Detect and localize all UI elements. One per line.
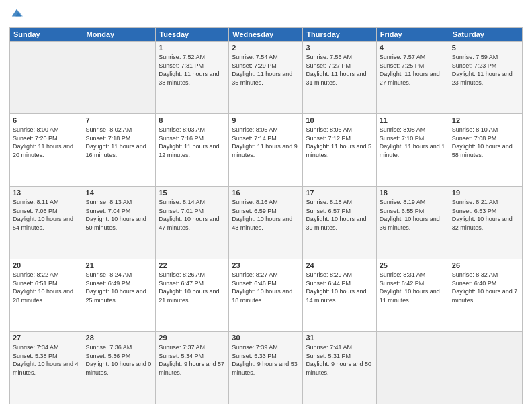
calendar-cell — [10, 42, 83, 114]
day-number: 2 — [232, 44, 300, 52]
calendar-cell: 28Sunrise: 7:36 AMSunset: 5:36 PMDayligh… — [83, 332, 156, 404]
day-header-thursday: Thursday — [303, 28, 376, 42]
calendar-cell: 17Sunrise: 8:18 AMSunset: 6:57 PMDayligh… — [303, 187, 376, 259]
day-number: 25 — [380, 261, 446, 269]
day-number: 31 — [306, 334, 373, 342]
day-info: Sunrise: 7:37 AMSunset: 5:34 PMDaylight:… — [159, 343, 226, 377]
day-number: 10 — [306, 116, 373, 124]
day-number: 12 — [452, 116, 519, 124]
logo-icon — [11, 7, 23, 19]
day-number: 24 — [306, 261, 373, 269]
day-number: 28 — [86, 334, 153, 342]
day-number: 16 — [232, 189, 300, 197]
calendar-cell: 21Sunrise: 8:24 AMSunset: 6:49 PMDayligh… — [83, 259, 156, 332]
calendar-week-5: 27Sunrise: 7:34 AMSunset: 5:38 PMDayligh… — [10, 332, 523, 404]
day-info: Sunrise: 7:41 AMSunset: 5:31 PMDaylight:… — [306, 343, 373, 377]
day-number: 3 — [306, 44, 373, 52]
day-info: Sunrise: 8:02 AMSunset: 7:18 PMDaylight:… — [86, 126, 153, 159]
day-number: 30 — [232, 334, 300, 342]
logo-block — [9, 7, 26, 21]
day-info: Sunrise: 8:19 AMSunset: 6:55 PMDaylight:… — [380, 198, 446, 232]
calendar-cell: 11Sunrise: 8:08 AMSunset: 7:10 PMDayligh… — [376, 114, 449, 187]
calendar-cell: 5Sunrise: 7:59 AMSunset: 7:23 PMDaylight… — [449, 42, 522, 114]
calendar-table: SundayMondayTuesdayWednesdayThursdayFrid… — [9, 27, 523, 404]
day-info: Sunrise: 8:21 AMSunset: 6:53 PMDaylight:… — [452, 198, 519, 232]
day-number: 15 — [159, 189, 226, 197]
day-number: 18 — [380, 189, 446, 197]
calendar-cell: 6Sunrise: 8:00 AMSunset: 7:20 PMDaylight… — [10, 114, 83, 187]
calendar-cell: 10Sunrise: 8:06 AMSunset: 7:12 PMDayligh… — [303, 114, 376, 187]
day-number: 11 — [380, 116, 446, 124]
calendar-cell: 23Sunrise: 8:27 AMSunset: 6:46 PMDayligh… — [229, 259, 303, 332]
day-number: 29 — [159, 334, 226, 342]
day-header-saturday: Saturday — [449, 28, 522, 42]
day-number: 26 — [452, 261, 519, 269]
day-info: Sunrise: 8:18 AMSunset: 6:57 PMDaylight:… — [306, 198, 373, 232]
calendar-cell: 7Sunrise: 8:02 AMSunset: 7:18 PMDaylight… — [83, 114, 156, 187]
calendar-cell: 19Sunrise: 8:21 AMSunset: 6:53 PMDayligh… — [449, 187, 522, 259]
calendar-cell: 3Sunrise: 7:56 AMSunset: 7:27 PMDaylight… — [303, 42, 376, 114]
day-info: Sunrise: 8:13 AMSunset: 7:04 PMDaylight:… — [86, 198, 153, 232]
day-header-sunday: Sunday — [10, 28, 83, 42]
day-info: Sunrise: 8:29 AMSunset: 6:44 PMDaylight:… — [306, 271, 373, 304]
day-info: Sunrise: 8:08 AMSunset: 7:10 PMDaylight:… — [380, 126, 446, 159]
calendar-cell — [83, 42, 156, 114]
day-info: Sunrise: 8:24 AMSunset: 6:49 PMDaylight:… — [86, 271, 153, 304]
calendar-cell: 1Sunrise: 7:52 AMSunset: 7:31 PMDaylight… — [156, 42, 229, 114]
calendar-cell: 26Sunrise: 8:32 AMSunset: 6:40 PMDayligh… — [449, 259, 522, 332]
calendar-cell: 22Sunrise: 8:26 AMSunset: 6:47 PMDayligh… — [156, 259, 229, 332]
day-number: 21 — [86, 261, 153, 269]
day-info: Sunrise: 8:10 AMSunset: 7:08 PMDaylight:… — [452, 126, 519, 159]
calendar-week-1: 1Sunrise: 7:52 AMSunset: 7:31 PMDaylight… — [10, 42, 523, 114]
calendar-cell: 20Sunrise: 8:22 AMSunset: 6:51 PMDayligh… — [10, 259, 83, 332]
calendar-cell: 14Sunrise: 8:13 AMSunset: 7:04 PMDayligh… — [83, 187, 156, 259]
day-number: 9 — [232, 116, 300, 124]
calendar-header-row: SundayMondayTuesdayWednesdayThursdayFrid… — [10, 28, 523, 42]
calendar-cell: 16Sunrise: 8:16 AMSunset: 6:59 PMDayligh… — [229, 187, 303, 259]
calendar-cell: 31Sunrise: 7:41 AMSunset: 5:31 PMDayligh… — [303, 332, 376, 404]
day-number: 6 — [13, 116, 80, 124]
calendar-cell: 25Sunrise: 8:31 AMSunset: 6:42 PMDayligh… — [376, 259, 449, 332]
calendar-cell — [449, 332, 522, 404]
day-info: Sunrise: 7:34 AMSunset: 5:38 PMDaylight:… — [13, 343, 80, 377]
day-header-wednesday: Wednesday — [229, 28, 303, 42]
day-info: Sunrise: 7:57 AMSunset: 7:25 PMDaylight:… — [380, 53, 446, 87]
calendar-cell: 24Sunrise: 8:29 AMSunset: 6:44 PMDayligh… — [303, 259, 376, 332]
calendar-cell: 27Sunrise: 7:34 AMSunset: 5:38 PMDayligh… — [10, 332, 83, 404]
day-info: Sunrise: 8:11 AMSunset: 7:06 PMDaylight:… — [13, 198, 80, 232]
calendar-cell — [376, 332, 449, 404]
day-number: 5 — [452, 44, 519, 52]
day-header-tuesday: Tuesday — [156, 28, 229, 42]
day-header-monday: Monday — [83, 28, 156, 42]
day-info: Sunrise: 7:54 AMSunset: 7:29 PMDaylight:… — [232, 53, 300, 87]
day-number: 27 — [13, 334, 80, 342]
day-number: 22 — [159, 261, 226, 269]
day-info: Sunrise: 7:36 AMSunset: 5:36 PMDaylight:… — [86, 343, 153, 377]
day-number: 8 — [159, 116, 226, 124]
day-header-friday: Friday — [376, 28, 449, 42]
calendar-cell: 18Sunrise: 8:19 AMSunset: 6:55 PMDayligh… — [376, 187, 449, 259]
day-info: Sunrise: 8:14 AMSunset: 7:01 PMDaylight:… — [159, 198, 226, 232]
calendar-week-2: 6Sunrise: 8:00 AMSunset: 7:20 PMDaylight… — [10, 114, 523, 187]
calendar-cell: 15Sunrise: 8:14 AMSunset: 7:01 PMDayligh… — [156, 187, 229, 259]
logo — [9, 7, 26, 21]
calendar-week-3: 13Sunrise: 8:11 AMSunset: 7:06 PMDayligh… — [10, 187, 523, 259]
calendar-cell: 29Sunrise: 7:37 AMSunset: 5:34 PMDayligh… — [156, 332, 229, 404]
day-info: Sunrise: 8:27 AMSunset: 6:46 PMDaylight:… — [232, 271, 300, 304]
day-number: 17 — [306, 189, 373, 197]
day-info: Sunrise: 7:56 AMSunset: 7:27 PMDaylight:… — [306, 53, 373, 87]
day-number: 23 — [232, 261, 300, 269]
day-number: 4 — [380, 44, 446, 52]
header — [9, 7, 523, 21]
day-info: Sunrise: 7:52 AMSunset: 7:31 PMDaylight:… — [159, 53, 226, 87]
calendar-cell: 13Sunrise: 8:11 AMSunset: 7:06 PMDayligh… — [10, 187, 83, 259]
day-number: 20 — [13, 261, 80, 269]
day-info: Sunrise: 8:32 AMSunset: 6:40 PMDaylight:… — [452, 271, 519, 304]
calendar-cell: 2Sunrise: 7:54 AMSunset: 7:29 PMDaylight… — [229, 42, 303, 114]
calendar-week-4: 20Sunrise: 8:22 AMSunset: 6:51 PMDayligh… — [10, 259, 523, 332]
day-info: Sunrise: 8:00 AMSunset: 7:20 PMDaylight:… — [13, 126, 80, 159]
day-info: Sunrise: 8:22 AMSunset: 6:51 PMDaylight:… — [13, 271, 80, 304]
day-number: 1 — [159, 44, 226, 52]
calendar-cell: 4Sunrise: 7:57 AMSunset: 7:25 PMDaylight… — [376, 42, 449, 114]
day-number: 13 — [13, 189, 80, 197]
